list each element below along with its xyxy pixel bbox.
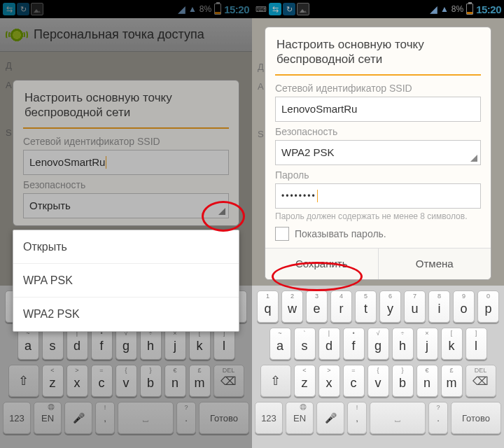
key-m[interactable]: £m [189, 365, 211, 397]
key-s[interactable]: `s [294, 328, 316, 360]
key-b[interactable]: }b [140, 365, 162, 397]
ssid-input[interactable]: LenovoSmartRu [275, 97, 481, 122]
password-hint: Пароль должен содержать не менее 8 симво… [275, 211, 481, 221]
key-mic[interactable] [64, 402, 92, 434]
kb-row-3: <z>x=c{v}b€n£mDEL [3, 365, 249, 397]
key-c[interactable]: =c [91, 365, 113, 397]
key-j[interactable]: ×j [416, 328, 438, 360]
key-y[interactable]: 6y [379, 290, 401, 323]
key-u[interactable]: 7u [404, 290, 426, 323]
status-time: 15:20 [224, 4, 249, 15]
key-h[interactable]: ÷h [392, 328, 414, 360]
status-keyboard-icon: ⌨ [255, 3, 267, 15]
key-h[interactable]: ÷h [140, 328, 162, 360]
wifi-icon: ▲ [188, 4, 197, 14]
show-password-checkbox[interactable] [275, 227, 289, 241]
kb-row-4: 123EN!,⎵?.Готово [3, 402, 249, 434]
hotspot-icon [7, 25, 27, 45]
key-[interactable]: !, [347, 402, 367, 434]
key-[interactable]: ?. [428, 402, 448, 434]
key-b[interactable]: }b [392, 365, 414, 397]
configure-hotspot-dialog: Настроить основную точку беспроводной се… [265, 27, 491, 280]
key-r[interactable]: 4r [330, 290, 352, 323]
cancel-button[interactable]: Отмена [379, 248, 491, 279]
key-l[interactable]: ]l [214, 328, 235, 360]
status-screenshot-icon [297, 3, 309, 15]
key-g[interactable]: √g [368, 328, 389, 360]
key-delete[interactable]: DEL [465, 365, 496, 397]
status-screenshot-icon [31, 3, 43, 15]
key-language[interactable]: EN [34, 402, 62, 434]
key-d[interactable]: |d [66, 328, 88, 360]
key-numbers[interactable]: 123 [255, 402, 283, 434]
battery-icon [214, 4, 221, 15]
key-k[interactable]: [k [189, 328, 211, 360]
key-language[interactable]: EN [286, 402, 314, 434]
kb-row-4: 123EN!,⎵?.Готово [255, 402, 501, 434]
key-a[interactable]: ~a [18, 328, 39, 360]
security-value: Открыть [29, 200, 71, 211]
key-done[interactable]: Готово [199, 402, 249, 434]
key-space[interactable]: ⎵ [370, 402, 426, 434]
key-x[interactable]: >x [66, 365, 88, 397]
key-delete[interactable]: DEL [214, 365, 244, 397]
ssid-label: Сетевой идентификатор SSID [23, 136, 229, 147]
key-numbers[interactable]: 123 [3, 402, 31, 434]
dropdown-item-open[interactable]: Открыть [13, 230, 239, 264]
bg-line: Д [6, 56, 246, 76]
security-select[interactable]: WPA2 PSK [275, 140, 481, 165]
battery-percent: 8% [200, 4, 211, 14]
key-t[interactable]: 5t [355, 290, 377, 323]
security-label: Безопасность [23, 179, 229, 190]
dropdown-item-wpa-psk[interactable]: WPA PSK [13, 264, 239, 298]
status-sync-icon: ↻ [283, 3, 295, 15]
kb-row-2: ~a`s|d•f√g÷h×j[k]l [255, 328, 501, 360]
key-[interactable]: ?. [176, 402, 196, 434]
key-w[interactable]: 2w [281, 290, 303, 323]
key-z[interactable]: <z [294, 365, 316, 397]
key-z[interactable]: <z [42, 365, 64, 397]
security-value: WPA2 PSK [281, 146, 335, 158]
key-g[interactable]: √g [115, 328, 137, 360]
key-o[interactable]: 9o [453, 290, 475, 323]
key-i[interactable]: 8i [428, 290, 450, 323]
key-space[interactable]: ⎵ [118, 402, 174, 434]
key-f[interactable]: •f [91, 328, 113, 360]
key-mic[interactable] [316, 402, 344, 434]
key-n[interactable]: €n [416, 365, 438, 397]
key-e[interactable]: 3e [306, 290, 328, 323]
key-m[interactable]: £m [441, 365, 463, 397]
status-bar: ⇆ ↻ ◢ ▲ 8% 15:20 [0, 0, 252, 18]
security-select[interactable]: Открыть [23, 193, 229, 218]
save-button[interactable]: Сохранить [265, 248, 379, 279]
kb-row-1: 1q2w3e4r5t6y7u8i9o0p [255, 290, 501, 323]
key-n[interactable]: €n [164, 365, 186, 397]
key-a[interactable]: ~a [270, 328, 291, 360]
key-shift[interactable] [260, 365, 291, 397]
dialog-title: Настроить основную точку беспроводной се… [23, 80, 229, 129]
kb-row-2: ~a`s|d•f√g÷h×j[k]l [3, 328, 249, 360]
key-done[interactable]: Готово [451, 402, 501, 434]
key-p[interactable]: 0p [477, 290, 499, 323]
key-k[interactable]: [k [441, 328, 463, 360]
ssid-input[interactable]: LenovoSmartRu [23, 150, 229, 175]
key-v[interactable]: {v [368, 365, 389, 397]
key-s[interactable]: `s [42, 328, 64, 360]
dropdown-item-wpa2-psk[interactable]: WPA2 PSK [13, 298, 239, 331]
status-bar: ⌨ ⇆ ↻ ◢ ▲ 8% 15:20 [252, 0, 504, 18]
key-f[interactable]: •f [343, 328, 365, 360]
wifi-icon: ▲ [440, 4, 449, 14]
key-c[interactable]: =c [343, 365, 365, 397]
key-x[interactable]: >x [318, 365, 340, 397]
key-j[interactable]: ×j [164, 328, 186, 360]
key-shift[interactable] [8, 365, 39, 397]
show-password-row[interactable]: Показывать пароль. [275, 227, 481, 241]
key-l[interactable]: ]l [465, 328, 487, 360]
password-input[interactable]: •••••••• [275, 183, 481, 209]
battery-percent: 8% [451, 4, 463, 14]
key-d[interactable]: |d [318, 328, 340, 360]
key-v[interactable]: {v [115, 365, 137, 397]
key-q[interactable]: 1q [257, 290, 279, 323]
page-title: Персональная точка доступа [34, 27, 204, 42]
key-[interactable]: !, [95, 402, 115, 434]
